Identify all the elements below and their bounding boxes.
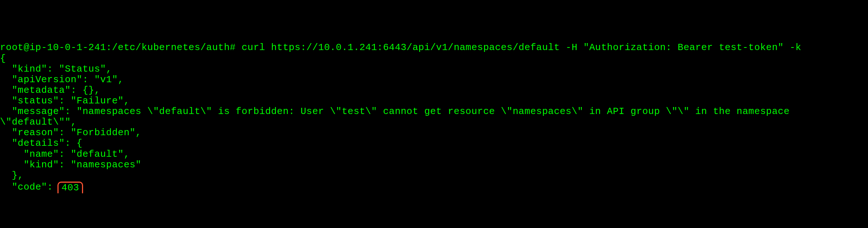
json-details-open: "details": { (0, 138, 82, 149)
json-status-line: "status": "Failure", (0, 95, 130, 106)
json-kind-line: "kind": "Status", (0, 64, 112, 75)
json-details-name: "name": "default", (0, 149, 130, 160)
json-code-label: "code": (0, 182, 59, 193)
terminal-window[interactable]: root@ip-10-0-1-241:/etc/kubernetes/auth#… (0, 42, 868, 193)
json-open-brace: { (0, 53, 6, 64)
json-details-kind: "kind": "namespaces" (0, 159, 141, 170)
http-status-code-value: 403 (61, 182, 79, 193)
curl-command: curl https://10.0.1.241:6443/api/v1/name… (242, 42, 801, 53)
json-details-close: }, (0, 170, 23, 181)
json-metadata-line: "metadata": {}, (0, 85, 100, 96)
json-message-line: "message": "namespaces \"default\" is fo… (0, 106, 796, 128)
http-status-code-highlight: 403 (57, 182, 83, 193)
json-reason-line: "reason": "Forbidden", (0, 127, 141, 138)
json-apiversion-line: "apiVersion": "v1", (0, 74, 124, 85)
shell-prompt: root@ip-10-0-1-241:/etc/kubernetes/auth# (0, 42, 236, 53)
